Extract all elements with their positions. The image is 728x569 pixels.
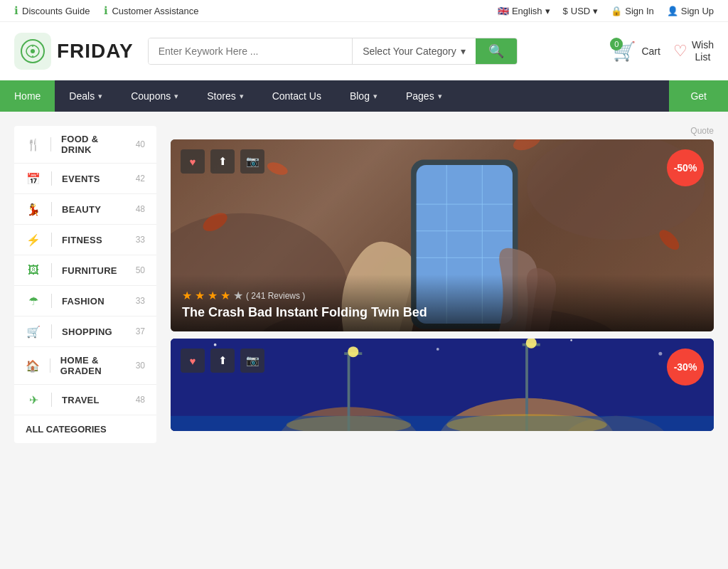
- card-2-share-button[interactable]: ⬆: [210, 349, 235, 373]
- card-2-actions: ♥ ⬆ 📷: [181, 349, 264, 373]
- card-1-stars: ★ ★ ★ ★ ★ ( 241 Reviews ): [182, 289, 702, 302]
- sidebar-item-beauty[interactable]: 💃 BEAUTY 48: [14, 194, 156, 225]
- category-label: Select Your Category: [363, 46, 456, 57]
- deals-arrow: ▾: [98, 92, 102, 101]
- shopping-count: 37: [136, 326, 145, 336]
- sidebar-item-fashion[interactable]: ☂ FASHION 33: [14, 286, 156, 317]
- customer-assistance-label: Customer Assistance: [112, 6, 198, 16]
- sidebar-item-events[interactable]: 📅 EVENTS 42: [14, 164, 156, 194]
- logo-icon: [14, 33, 51, 70]
- dollar-icon: $: [563, 6, 568, 16]
- header: FRIDAY Select Your Category ▾ 🔍 🛒 0 Cart…: [0, 22, 728, 80]
- language-selector[interactable]: 🇬🇧 English ▾: [498, 6, 550, 16]
- beauty-label: BEAUTY: [62, 204, 101, 215]
- search-bar: Select Your Category ▾ 🔍: [148, 38, 518, 65]
- topbar-left: ℹ Discounts Guide ℹ Customer Assistance: [14, 4, 199, 17]
- star-3: ★: [208, 289, 218, 302]
- all-categories-link[interactable]: ALL CATEGORIES: [14, 415, 156, 443]
- signin-link[interactable]: 🔒 Sign In: [611, 6, 653, 16]
- search-button[interactable]: 🔍: [476, 38, 517, 64]
- user-icon: 👤: [667, 6, 678, 16]
- cart-button[interactable]: 🛒 0 Cart: [613, 41, 660, 63]
- sidebar-item-travel[interactable]: ✈ TRAVEL 48: [14, 385, 156, 415]
- logo[interactable]: FRIDAY: [14, 33, 134, 70]
- nav-deals[interactable]: Deals ▾: [55, 80, 117, 112]
- beauty-icon: 💃: [26, 203, 41, 216]
- card-1-actions: ♥ ⬆ 📷: [181, 149, 264, 174]
- card-2-favorite-button[interactable]: ♥: [181, 349, 205, 373]
- food-drink-count: 40: [136, 139, 145, 149]
- sidebar-item-fitness[interactable]: ⚡ FITNESS 33: [14, 225, 156, 255]
- card-1-camera-button[interactable]: 📷: [240, 149, 264, 174]
- coupons-arrow: ▾: [174, 92, 178, 101]
- discounts-icon: ℹ: [14, 4, 18, 17]
- stores-arrow: ▾: [240, 92, 244, 101]
- star-1: ★: [182, 289, 192, 302]
- svg-point-10: [511, 139, 543, 154]
- beauty-count: 48: [136, 204, 145, 214]
- shopping-label: SHOPPING: [62, 326, 112, 337]
- currency-label: USD: [571, 6, 590, 16]
- sidebar: 🍴 FOOD & DRINK 40 📅 EVENTS 42 💃 BEAUTY 4…: [14, 126, 156, 443]
- currency-arrow: ▾: [593, 6, 598, 16]
- discounts-guide-label: Discounts Guide: [22, 6, 90, 16]
- card-1-title: The Crash Bad Instant Folding Twin Bed: [182, 305, 702, 320]
- signup-link[interactable]: 👤 Sign Up: [667, 6, 714, 16]
- furniture-count: 50: [136, 265, 145, 275]
- svg-point-23: [570, 339, 572, 341]
- card-2-camera-button[interactable]: 📷: [240, 349, 264, 373]
- category-dropdown[interactable]: Select Your Category ▾: [353, 38, 476, 64]
- nav-stores[interactable]: Stores ▾: [193, 80, 257, 112]
- discounts-guide-link[interactable]: ℹ Discounts Guide: [14, 4, 90, 17]
- get-button[interactable]: Get: [669, 80, 728, 112]
- search-input[interactable]: [149, 38, 352, 64]
- customer-assistance-link[interactable]: ℹ Customer Assistance: [104, 4, 198, 17]
- card-1-favorite-button[interactable]: ♥: [181, 149, 205, 174]
- nav-coupons[interactable]: Coupons ▾: [117, 80, 193, 112]
- shopping-icon: 🛒: [26, 325, 41, 339]
- sidebar-item-furniture[interactable]: 🖼 FURNITURE 50: [14, 255, 156, 286]
- card-1-overlay: ★ ★ ★ ★ ★ ( 241 Reviews ) The Crash Bad …: [171, 275, 714, 331]
- sidebar-item-home-garden[interactable]: 🏠 HOME & GRADEN 30: [14, 347, 156, 385]
- travel-count: 48: [136, 395, 145, 405]
- card-2-discount-badge: -30%: [667, 349, 704, 385]
- wishlist-button[interactable]: ♡ Wish List: [673, 39, 714, 63]
- fashion-icon: ☂: [26, 294, 41, 308]
- events-icon: 📅: [26, 172, 41, 186]
- fitness-label: FITNESS: [62, 235, 102, 245]
- card-1: ♥ ⬆ 📷 -50% ★ ★ ★ ★ ★ ( 241 Reviews ) The…: [171, 139, 714, 331]
- svg-point-24: [658, 352, 662, 356]
- flag-icon: 🇬🇧: [498, 6, 509, 16]
- topbar: ℹ Discounts Guide ℹ Customer Assistance …: [0, 0, 728, 22]
- svg-rect-34: [171, 416, 714, 431]
- language-label: English: [512, 6, 542, 16]
- svg-point-22: [437, 348, 439, 351]
- card-1-share-button[interactable]: ⬆: [210, 149, 235, 174]
- nav: Home Deals ▾ Coupons ▾ Stores ▾ Contact …: [0, 80, 728, 112]
- nav-pages[interactable]: Pages ▾: [392, 80, 456, 112]
- signup-label: Sign Up: [681, 6, 714, 16]
- nav-contact-us[interactable]: Contact Us: [258, 80, 336, 112]
- travel-icon: ✈: [26, 393, 41, 407]
- lock-icon: 🔒: [611, 6, 622, 16]
- quote-label: Quote: [171, 126, 714, 136]
- svg-point-1: [31, 49, 35, 53]
- cart-badge: 0: [610, 38, 623, 50]
- nav-home[interactable]: Home: [0, 80, 55, 112]
- content-area: Quote: [171, 126, 714, 443]
- language-arrow: ▾: [545, 6, 550, 16]
- currency-selector[interactable]: $ USD ▾: [563, 6, 599, 16]
- fashion-label: FASHION: [62, 296, 105, 307]
- main-content: 🍴 FOOD & DRINK 40 📅 EVENTS 42 💃 BEAUTY 4…: [0, 112, 728, 457]
- fashion-count: 33: [136, 296, 145, 306]
- card-1-reviews: ( 241 Reviews ): [246, 291, 305, 301]
- card-2: ♥ ⬆ 📷 -30%: [171, 339, 714, 431]
- sidebar-item-shopping[interactable]: 🛒 SHOPPING 37: [14, 317, 156, 347]
- search-icon: 🔍: [488, 43, 504, 59]
- nav-blog[interactable]: Blog ▾: [336, 80, 392, 112]
- furniture-label: FURNITURE: [62, 265, 117, 276]
- sidebar-item-food-drink[interactable]: 🍴 FOOD & DRINK 40: [14, 126, 156, 164]
- home-garden-label: HOME & GRADEN: [60, 355, 129, 376]
- category-arrow: ▾: [461, 46, 466, 57]
- home-garden-count: 30: [136, 361, 145, 371]
